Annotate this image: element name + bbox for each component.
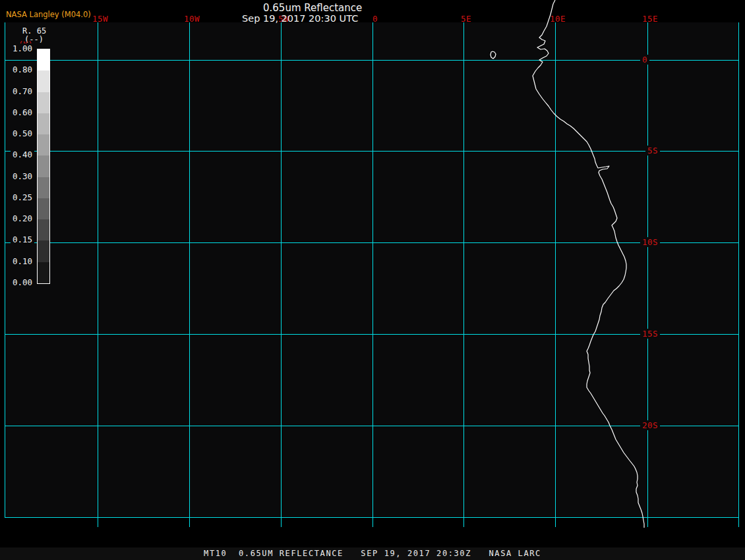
legend-tick: 0.30 xyxy=(0,172,34,181)
legend-color-segment xyxy=(38,92,49,113)
latitude-label: 15S xyxy=(614,329,660,338)
latitude-label-text: 5S xyxy=(645,146,660,155)
legend-tick: 0.10 xyxy=(0,257,34,266)
legend-tick-text: 0.40 xyxy=(11,150,34,159)
longitude-label: 10W xyxy=(173,14,210,23)
latitude-label: 10S xyxy=(614,238,660,246)
legend-tick: 0.60 xyxy=(0,108,34,117)
longitude-label: 0 xyxy=(357,14,394,23)
legend-tick: 0.25 xyxy=(0,193,34,202)
legend-tick: 0.70 xyxy=(0,87,34,96)
legend-color-segment xyxy=(38,198,49,219)
legend-tick: 0.00 xyxy=(0,278,34,287)
legend-color-segment xyxy=(38,134,49,155)
legend-tick-text: 0.80 xyxy=(11,65,34,74)
legend-tick: 0.15 xyxy=(0,235,34,244)
latitude-label: 20S xyxy=(614,421,660,430)
latitude-label: 0 xyxy=(603,55,649,64)
legend-tick-text: 0.25 xyxy=(11,192,34,202)
page-title: 0.65um Reflectance xyxy=(263,2,362,14)
legend-tick-text: 0.60 xyxy=(11,107,34,117)
status-text: MT10 0.65UM REFLECTANCE SEP 19, 2017 20:… xyxy=(204,549,541,558)
legend-color-segment xyxy=(38,113,49,134)
legend-tick: 0.40 xyxy=(0,150,34,159)
legend-tick: 1.00 xyxy=(0,44,34,53)
legend-color-segment xyxy=(38,219,49,240)
legend-tick: 0.20 xyxy=(0,214,34,223)
legend-color-segment xyxy=(38,70,49,92)
legend-tick-text: 0.70 xyxy=(11,86,34,96)
legend-color-segment xyxy=(38,177,49,198)
legend-tick-text: 0.30 xyxy=(11,171,34,181)
longitude-label: 5E xyxy=(448,14,485,23)
viewer-screen: NASA Langley (M04.0) 0.65um Reflectance … xyxy=(0,0,745,560)
longitude-label: 15E xyxy=(632,14,669,23)
coastline xyxy=(533,0,644,528)
latitude-label-text: 0 xyxy=(640,55,649,65)
longitude-label: 10E xyxy=(539,14,576,23)
page-subtitle: Sep 19, 2017 20:30 UTC xyxy=(242,13,358,24)
latitude-label: 5S xyxy=(614,146,660,155)
legend-tick-text: 0.20 xyxy=(11,213,34,223)
map-svg xyxy=(0,0,745,560)
legend-color-segment xyxy=(38,240,49,262)
legend-color-ramp xyxy=(37,49,50,284)
island-outline xyxy=(491,51,496,59)
source-label: NASA Langley (M04.0) xyxy=(6,10,91,19)
legend-color-segment xyxy=(38,49,49,70)
legend-tick-text: 1.00 xyxy=(11,43,34,53)
legend-color-segment xyxy=(38,155,49,177)
legend-tick-text: 0.10 xyxy=(11,256,34,266)
legend-tick-text: 0.15 xyxy=(11,235,34,244)
status-bar: MT10 0.65UM REFLECTANCE SEP 19, 2017 20:… xyxy=(0,547,745,560)
legend-tick-text: 0.50 xyxy=(11,128,34,138)
legend-tick-text: 0.00 xyxy=(11,277,34,287)
latitude-label-text: 20S xyxy=(640,420,660,430)
legend-parameter-label: R. 65 xyxy=(22,27,46,35)
latitude-label-text: 10S xyxy=(640,237,660,247)
legend-tick: 0.80 xyxy=(0,65,34,74)
latitude-label-text: 15S xyxy=(640,329,660,339)
legend-color-segment xyxy=(38,262,49,283)
legend-tick: 0.50 xyxy=(0,129,34,138)
